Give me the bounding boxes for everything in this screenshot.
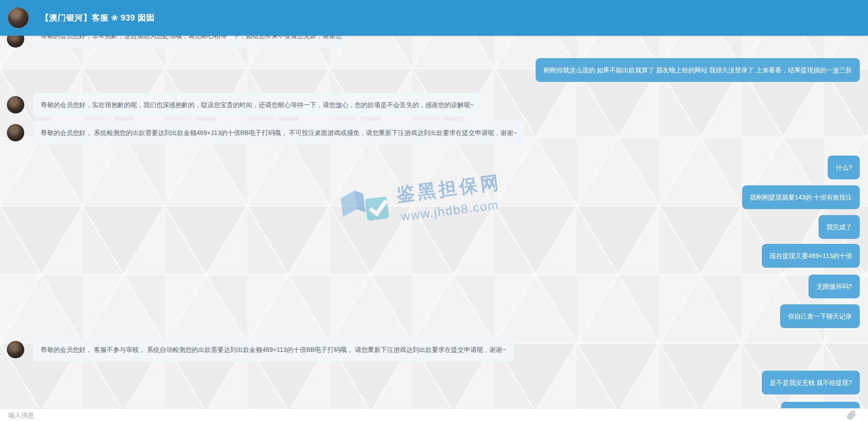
user-bubble: 现在提现又要469+113的十倍 — [762, 244, 860, 268]
message-input[interactable] — [8, 411, 847, 419]
user-bubble: 无限循环吗? — [808, 275, 860, 298]
chat-message: 是不是我没充钱 就不给提现? — [762, 371, 860, 394]
agent-bubble: 尊敬的会员您好， 客服不参与审核， 系统自动检测您的出款需要达到出款金额469+… — [33, 338, 514, 362]
chat-window: 鉴黑担保网 www.jhdb8.com 尊敬的会员您好，非常抱歉，这边加急为您处… — [0, 0, 868, 421]
chat-message: 尊敬的会员您好，实在很抱歉的呢，我们也深感抱歉的，耽误您宝贵的时间，还请您耐心等… — [7, 93, 482, 117]
jhdb-logo-icon — [338, 185, 393, 229]
message-composer — [0, 408, 868, 421]
chat-message: 什么? — [828, 156, 860, 179]
chat-title: 【澳门银河】客服 ❀ 939 囡囡 — [41, 12, 155, 23]
user-bubble: 是不是我没充钱 就不给提现? — [762, 371, 860, 394]
chat-message: 刚刚你就这么说的 如果不能出款就算了 朋友晚上给的网站 我很久没登录了 上来看看… — [536, 58, 860, 82]
chat-message: 尊敬的会员您好， 系统检测您的出款需要达到出款金额469+113的十倍BB电子打… — [7, 121, 525, 145]
user-bubble: 你自己查一下聊天记录 — [780, 304, 860, 328]
paperclip-icon[interactable] — [847, 410, 856, 420]
agent-avatar — [7, 124, 24, 141]
chat-header: 【澳门银河】客服 ❀ 939 囡囡 — [0, 0, 868, 36]
user-bubble: 什么? — [828, 156, 860, 179]
user-bubble: 我刚刚提现就要143的 十倍有效投注 — [742, 185, 860, 209]
chat-message: 现在提现又要469+113的十倍 — [762, 244, 860, 268]
agent-bubble: 尊敬的会员您好，实在很抱歉的呢，我们也深感抱歉的，耽误您宝贵的时间，还请您耐心等… — [33, 93, 482, 117]
user-bubble: 刚刚你就这么说的 如果不能出款就算了 朋友晚上给的网站 我很久没登录了 上来看看… — [536, 58, 860, 82]
user-bubble: 我完成了 — [819, 215, 860, 239]
chat-message: 我完成了 — [819, 215, 860, 239]
agent-avatar — [7, 341, 24, 358]
chat-message: 我刚刚提现就要143的 十倍有效投注 — [742, 185, 860, 209]
agent-avatar — [7, 96, 24, 113]
chat-message: 尊敬的会员您好， 客服不参与审核， 系统自动检测您的出款需要达到出款金额469+… — [7, 338, 514, 362]
chat-message: 无限循环吗? — [808, 275, 860, 298]
agent-bubble: 尊敬的会员您好， 系统检测您的出款需要达到出款金额469+113的十倍BB电子打… — [33, 121, 525, 145]
service-avatar[interactable] — [8, 7, 29, 28]
chat-message: 你自己查一下聊天记录 — [780, 304, 860, 328]
